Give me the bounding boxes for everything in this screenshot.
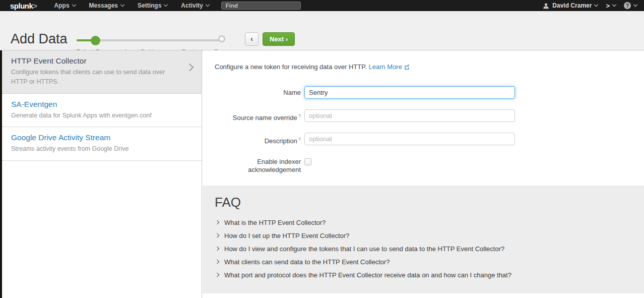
splunk-logo-text: splunk (10, 2, 33, 10)
nav-item-apps-label: Apps (54, 2, 70, 9)
nav-item-apps[interactable]: Apps (54, 2, 76, 9)
source-item-http-event-collector[interactable]: HTTP Event Collector Configure tokens th… (2, 50, 202, 94)
page-title: Add Data (11, 31, 68, 47)
faq-section: FAQ What is the HTTP Event Collector? Ho… (203, 186, 644, 293)
faq-question: What port and protocol does the HTTP Eve… (224, 271, 511, 279)
help-tooltip-icon[interactable]: ? (298, 113, 301, 118)
chevron-down-icon (205, 3, 209, 7)
faq-item[interactable]: What is the HTTP Event Collector? (216, 216, 511, 229)
nav-item-settings[interactable]: Settings (138, 2, 167, 9)
top-nav-menu: Apps Messages Settings Activity (54, 2, 209, 9)
faq-question: How do I set up the HTTP Event Collector… (224, 232, 349, 240)
source-override-field-row: Source name override? (215, 109, 515, 124)
chevron-down-icon (120, 3, 124, 7)
faq-question: What is the HTTP Event Collector? (224, 219, 326, 226)
indexer-ack-label-line1: Enable indexer (215, 158, 301, 166)
faq-question: How do I view and configure the tokens t… (224, 245, 504, 253)
indexer-ack-row: Enable indexer acknowledgement (215, 158, 311, 174)
source-item-google-drive-activity-stream[interactable]: Google Drive Activity Stream Streams act… (2, 127, 202, 161)
source-item-description: Generate data for Splunk Apps with event… (11, 111, 173, 121)
quick-links-menu[interactable]: > (606, 2, 616, 10)
splunk-logo[interactable]: splunk> (10, 2, 37, 10)
chevron-down-icon (72, 3, 76, 7)
greater-than-icon: > (606, 2, 610, 10)
source-override-label-text: Source name override (233, 114, 297, 122)
chevron-right-icon (215, 260, 219, 264)
intro-text: Configure a new token for receiving data… (215, 63, 410, 71)
indexer-ack-label: Enable indexer acknowledgement (215, 158, 301, 174)
chevron-down-icon (612, 3, 616, 7)
wizard-header: Add Data Select Source Input Settings Re… (0, 11, 644, 50)
chevron-right-icon (215, 233, 219, 237)
help-menu[interactable]: ? (624, 2, 637, 9)
indexer-ack-label-line2: acknowledgement (215, 166, 301, 174)
faq-list: What is the HTTP Event Collector? How do… (216, 216, 511, 281)
description-input[interactable] (304, 133, 515, 145)
nav-item-activity-label: Activity (181, 2, 203, 9)
help-icon: ? (624, 2, 631, 9)
faq-question: What clients can send data to the HTTP E… (224, 258, 390, 266)
learn-more-label: Learn More (368, 63, 402, 71)
token-config-panel: Configure a new token for receiving data… (203, 50, 644, 298)
learn-more-link[interactable]: Learn More (368, 63, 409, 71)
nav-item-messages[interactable]: Messages (89, 2, 124, 9)
chevron-down-icon (594, 3, 598, 7)
faq-item[interactable]: What clients can send data to the HTTP E… (216, 255, 511, 268)
chevron-right-icon (215, 247, 219, 251)
description-label-text: Description (265, 137, 297, 145)
indexer-ack-checkbox[interactable] (304, 158, 311, 165)
nav-item-activity[interactable]: Activity (181, 2, 209, 9)
source-list-sidebar: HTTP Event Collector Configure tokens th… (2, 50, 202, 298)
user-menu[interactable]: David Cramer (543, 2, 598, 9)
help-tooltip-icon[interactable]: ? (298, 136, 301, 142)
source-override-input[interactable] (304, 109, 515, 122)
source-item-title: HTTP Event Collector (11, 56, 173, 66)
source-item-sa-eventgen[interactable]: SA-Eventgen Generate data for Splunk App… (2, 94, 202, 128)
nav-item-settings-label: Settings (138, 2, 161, 9)
top-right-menus: David Cramer > ? (543, 2, 644, 10)
chevron-right-icon (186, 64, 194, 72)
name-input[interactable] (304, 86, 515, 99)
faq-item[interactable]: What port and protocol does the HTTP Eve… (216, 268, 511, 281)
source-item-title: SA-Eventgen (11, 100, 173, 109)
splunk-add-data-page: splunk> Apps Messages Settings Activity (0, 0, 644, 298)
chevron-down-icon (164, 3, 168, 7)
chevron-right-icon (215, 220, 219, 224)
user-name: David Cramer (552, 2, 592, 9)
source-override-field-label: Source name override? (215, 109, 301, 124)
name-field-label: Name (215, 86, 301, 99)
description-field-row: Description? (215, 133, 515, 147)
user-avatar-icon (543, 3, 549, 9)
step-dot-select-source (91, 36, 100, 45)
faq-title: FAQ (215, 195, 241, 210)
chevron-down-icon (633, 3, 637, 7)
faq-item[interactable]: How do I view and configure the tokens t… (216, 242, 511, 255)
faq-item[interactable]: How do I set up the HTTP Event Collector… (216, 229, 511, 242)
splunk-logo-mark: > (33, 2, 37, 10)
external-link-icon (404, 64, 410, 70)
description-field-label: Description? (215, 133, 301, 147)
back-button[interactable]: ‹ (245, 32, 259, 46)
nav-item-messages-label: Messages (89, 2, 118, 9)
chevron-right-icon (215, 273, 219, 277)
source-item-description: Configure tokens that clients can use to… (11, 68, 173, 87)
source-item-title: Google Drive Activity Stream (11, 133, 173, 142)
step-dot-done (218, 35, 225, 42)
source-item-description: Streams activity events from Google Driv… (11, 144, 173, 154)
name-field-row: Name (215, 86, 515, 99)
find-search-input[interactable] (221, 2, 301, 10)
top-app-bar: splunk> Apps Messages Settings Activity (0, 0, 644, 11)
next-button[interactable]: Next › (263, 32, 295, 46)
intro-sentence: Configure a new token for receiving data… (215, 63, 367, 71)
